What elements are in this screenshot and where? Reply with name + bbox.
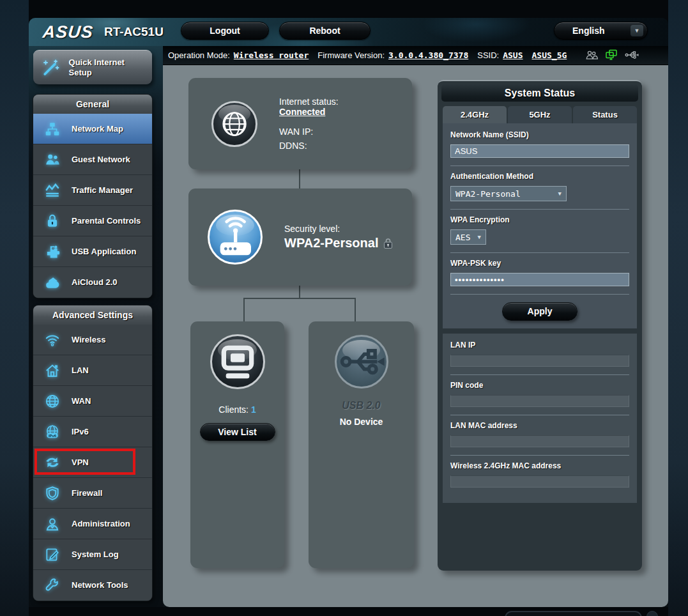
- usb-device-card[interactable]: USB 2.0 No Device: [309, 321, 414, 568]
- network-monitor-icon[interactable]: [605, 49, 618, 61]
- security-level-value: WPA2-Personal: [284, 236, 378, 250]
- chevron-down-icon: ▼: [631, 25, 643, 36]
- pin-code-value: [450, 395, 629, 407]
- wireless-settings-form: Network Name (SSID) Authentication Metho…: [443, 123, 637, 328]
- wpa-encryption-select[interactable]: AES ▼: [450, 229, 486, 245]
- firewall-icon: [40, 485, 65, 502]
- wpa-encryption-group: WPA Encryption AES ▼: [450, 210, 629, 253]
- apply-button[interactable]: Apply: [502, 302, 577, 321]
- footer-button-partial[interactable]: [505, 611, 642, 616]
- sidebar-item-label: Traffic Manager: [72, 185, 133, 196]
- pin-code-label: PIN code: [450, 381, 629, 390]
- ipv6-icon: IPv6: [40, 424, 65, 440]
- firmware-version-label: Firmware Version:: [317, 50, 385, 60]
- operation-mode-link[interactable]: Wireless router: [234, 50, 309, 60]
- ssid-label: SSID:: [477, 50, 499, 60]
- clients-label: Clients:: [218, 404, 248, 415]
- sidebar-item-wan[interactable]: WAN: [33, 386, 152, 417]
- chevron-down-icon: ▼: [478, 234, 481, 240]
- sidebar-item-label: System Log: [72, 550, 119, 560]
- lan-mac-label: LAN MAC address: [450, 421, 629, 430]
- sidebar-item-aicloud[interactable]: AiCloud 2.0: [33, 267, 152, 298]
- monitor-icon: [210, 334, 265, 389]
- network-name-label: Network Name (SSID): [450, 130, 629, 139]
- clients-icon[interactable]: [585, 49, 598, 61]
- reboot-button[interactable]: Reboot: [279, 22, 371, 40]
- wireless-icon: [40, 332, 65, 348]
- wan-icon: [40, 393, 65, 410]
- network-map-icon: [40, 121, 65, 137]
- network-map-content: Internet status: Connected WAN IP: DDNS:: [163, 65, 668, 607]
- logout-button[interactable]: Logout: [181, 22, 269, 40]
- wpa-psk-input[interactable]: [450, 273, 629, 286]
- auth-method-select[interactable]: WPA2-Personal ▼: [450, 186, 567, 201]
- wpa-encryption-value: AES: [455, 233, 470, 242]
- auth-method-label: Authentication Method: [450, 172, 629, 181]
- wpa-encryption-label: WPA Encryption: [450, 215, 629, 224]
- sidebar-item-label: AiCloud 2.0: [72, 277, 118, 288]
- lan-ip-group: LAN IP: [450, 335, 629, 375]
- sidebar-group-advanced-settings: Advanced Settings Wireless: [33, 305, 152, 601]
- sidebar-item-label: Network Tools: [72, 580, 128, 590]
- aicloud-icon: [40, 274, 65, 291]
- tab-5ghz[interactable]: 5GHz: [508, 106, 572, 123]
- sidebar-item-label: Guest Network: [72, 155, 130, 165]
- security-level-card[interactable]: Security level: WPA2-Personal: [188, 189, 412, 286]
- sidebar-item-parental-controls[interactable]: Parental Controls: [33, 206, 152, 236]
- view-list-button[interactable]: View List: [200, 423, 275, 441]
- sidebar: Quick Internet Setup General Network Map: [29, 46, 163, 607]
- network-name-input[interactable]: [450, 144, 629, 158]
- clients-card[interactable]: Clients: 1 View List: [190, 321, 284, 568]
- parental-controls-icon: [40, 213, 65, 229]
- wireless-mac-value: [450, 475, 629, 488]
- system-status-panel: System Status 2.4GHz 5GHz Status Network…: [438, 80, 642, 571]
- sidebar-item-ipv6[interactable]: IPv6 IPv6: [33, 417, 152, 447]
- quick-internet-setup-label: Quick Internet Setup: [69, 58, 147, 77]
- usb-application-icon: [40, 243, 65, 260]
- usb-status-icon[interactable]: [625, 50, 639, 60]
- internet-status-card[interactable]: Internet status: Connected WAN IP: DDNS:: [188, 78, 412, 169]
- sidebar-item-traffic-manager[interactable]: Traffic Manager: [33, 175, 152, 206]
- ddns-label: DDNS:: [279, 141, 339, 151]
- router-model-label: RT-AC51U: [104, 25, 164, 39]
- quick-internet-setup-button[interactable]: Quick Internet Setup: [33, 50, 152, 84]
- ssid-field-group: Network Name (SSID): [450, 125, 629, 166]
- ssid-5ghz-link[interactable]: ASUS_5G: [532, 50, 567, 60]
- usb-icon: [335, 335, 388, 389]
- sidebar-item-label: Administration: [72, 519, 130, 529]
- sidebar-item-label: Parental Controls: [72, 216, 141, 226]
- wireless-mac-label: Wireless 2.4GHz MAC address: [450, 461, 629, 470]
- sidebar-item-lan[interactable]: LAN: [33, 355, 152, 386]
- tab-status[interactable]: Status: [573, 106, 637, 123]
- router-admin-page: ASUS RT-AC51U Logout Reboot English ▼ Op…: [0, 0, 688, 616]
- sidebar-item-firewall[interactable]: Firewall: [33, 478, 152, 509]
- clients-count[interactable]: 1: [251, 404, 256, 415]
- sidebar-item-administration[interactable]: Administration: [33, 509, 152, 539]
- apply-row: Apply: [450, 295, 629, 322]
- internet-status-value[interactable]: Connected: [279, 107, 325, 117]
- sidebar-item-guest-network[interactable]: Guest Network: [33, 144, 152, 175]
- group-title-general: General: [33, 95, 152, 114]
- tab-24ghz[interactable]: 2.4GHz: [443, 106, 507, 123]
- sidebar-item-network-map[interactable]: Network Map: [33, 114, 152, 144]
- usb-status-text: No Device: [340, 417, 383, 427]
- auth-method-value: WPA2-Personal: [455, 189, 521, 199]
- language-dropdown[interactable]: English ▼: [554, 22, 648, 40]
- magic-wand-icon: [38, 58, 63, 77]
- wpa-psk-label: WPA-PSK key: [450, 259, 629, 268]
- router-icon: [208, 210, 263, 265]
- sidebar-item-vpn[interactable]: VPN: [33, 447, 152, 478]
- guest-network-icon: [40, 151, 65, 168]
- connector-line: [243, 298, 245, 321]
- footer-icon-partial: [646, 611, 658, 616]
- auth-method-group: Authentication Method WPA2-Personal ▼: [450, 166, 629, 210]
- sidebar-item-network-tools[interactable]: Network Tools: [33, 570, 152, 601]
- svg-text:IPv6: IPv6: [49, 433, 57, 437]
- sidebar-item-usb-application[interactable]: USB Application: [33, 236, 152, 267]
- sidebar-item-wireless[interactable]: Wireless: [33, 325, 152, 355]
- lan-ip-value: [450, 355, 629, 367]
- infobar-icons: [585, 49, 639, 61]
- ssid-24ghz-link[interactable]: ASUS: [503, 50, 523, 60]
- sidebar-item-system-log[interactable]: System Log: [33, 539, 152, 570]
- firmware-version-link[interactable]: 3.0.0.4.380_7378: [388, 50, 468, 60]
